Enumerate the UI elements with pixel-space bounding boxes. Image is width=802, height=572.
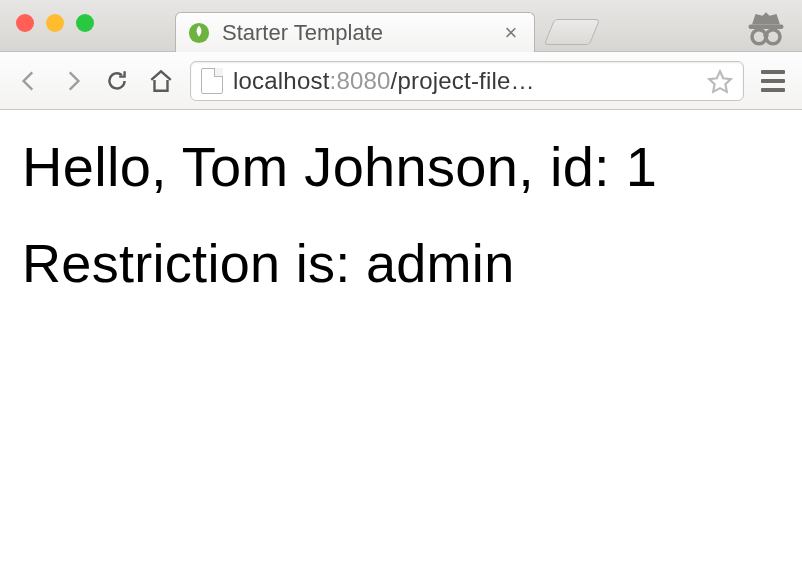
browser-tab[interactable]: Starter Template ×	[175, 12, 535, 52]
incognito-icon	[744, 6, 788, 50]
tab-strip: Starter Template ×	[175, 0, 802, 51]
url-text: localhost:8080/project-file…	[233, 67, 697, 95]
home-button[interactable]	[146, 66, 176, 96]
back-button[interactable]	[14, 66, 44, 96]
address-bar[interactable]: localhost:8080/project-file…	[190, 61, 744, 101]
window-close-button[interactable]	[16, 14, 34, 32]
svg-point-2	[752, 30, 766, 44]
new-tab-button[interactable]	[544, 19, 601, 45]
svg-rect-1	[749, 25, 784, 29]
site-info-icon[interactable]	[201, 68, 223, 94]
window-controls	[16, 14, 94, 32]
bookmark-star-icon[interactable]	[707, 68, 733, 94]
url-path: /project-file…	[391, 67, 535, 94]
tab-favicon-spring-icon	[188, 22, 210, 44]
svg-point-3	[766, 30, 780, 44]
greeting-heading: Hello, Tom Johnson, id: 1	[22, 136, 780, 199]
page-content: Hello, Tom Johnson, id: 1 Restriction is…	[0, 110, 802, 572]
url-port: :8080	[330, 67, 391, 94]
browser-toolbar: localhost:8080/project-file…	[0, 52, 802, 110]
restriction-heading: Restriction is: admin	[22, 233, 780, 293]
forward-button[interactable]	[58, 66, 88, 96]
tab-close-button[interactable]: ×	[500, 20, 522, 46]
window-zoom-button[interactable]	[76, 14, 94, 32]
window-titlebar: Starter Template ×	[0, 0, 802, 52]
reload-button[interactable]	[102, 66, 132, 96]
hamburger-menu-button[interactable]	[758, 70, 788, 92]
window-minimize-button[interactable]	[46, 14, 64, 32]
url-host: localhost	[233, 67, 330, 94]
tab-title: Starter Template	[222, 20, 500, 46]
